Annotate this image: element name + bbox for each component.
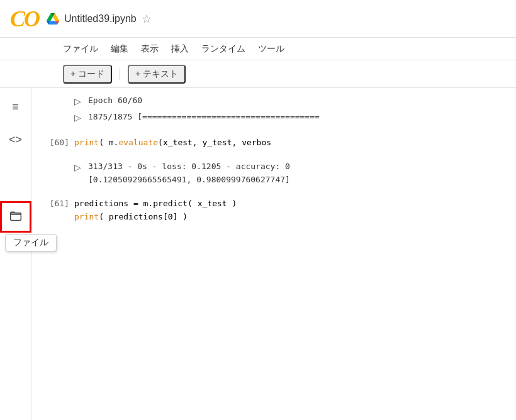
output-313-line1: 313/313 - 0s - loss: 0.1205 - accuracy: … [88,160,290,174]
add-text-button[interactable]: + テキスト [128,65,186,84]
menu-view[interactable]: 表示 [141,43,159,55]
svg-rect-0 [11,213,21,220]
code-evaluate-60: evaluate [118,138,158,147]
menu-edit[interactable]: 編集 [111,43,128,55]
title-area: Untitled39.ipynb ☆ [47,12,506,26]
divider-2 [31,187,516,195]
main-layout: ≡ <> ☞ ファイル ▷ [0,88,516,420]
cell-61-label: [61] [36,197,74,211]
epoch-output-text: Epoch 60/60 [88,94,142,108]
toolbar: + コード + テキスト [0,60,516,88]
output-313-line2: [0.12050929665565491, 0.9800999760627747… [88,174,290,187]
menu-file[interactable]: ファイル [63,43,98,55]
notebook-title: Untitled39.ipynb [64,13,137,25]
cell-60-content[interactable]: print( m.evaluate(x_test, y_test, verbos [74,136,511,150]
cell-61-line2: print( predictions[0] ) [74,211,511,224]
add-code-button[interactable]: + コード [63,65,112,84]
code-paren-60: ( m. [99,138,118,147]
menu-bar: ファイル 編集 表示 挿入 ランタイム ツール [0,38,516,60]
file-tooltip-wrapper: ☞ ファイル [0,201,31,233]
code-args-60: (x_test, y_test, verbos [158,138,271,147]
menu-runtime[interactable]: ランタイム [201,43,245,55]
cell-61: [61] predictions = m.predict( x_test ) p… [31,195,516,226]
progress-output-icon: ▷ [74,111,88,124]
code-predict-line: predictions = m.predict( x_test ) [74,199,237,208]
sidebar-code-icon[interactable]: <> [4,128,27,151]
toolbar-separator [120,68,120,80]
file-tooltip-box: ファイル [5,234,57,251]
top-bar: CO Untitled39.ipynb ☆ [0,0,516,38]
left-sidebar: ≡ <> ☞ ファイル [0,88,31,420]
file-icon [9,209,23,225]
progress-output-text: 1875/1875 [=============================… [88,111,320,124]
code-print-60: print [74,138,99,147]
output-313-cell: ▷ 313/313 - 0s - loss: 0.1205 - accuracy… [31,159,516,188]
star-icon[interactable]: ☆ [142,12,152,26]
epoch-output-icon: ▷ [74,94,88,108]
sidebar-toc-icon[interactable]: ≡ [4,96,27,118]
cell-61-line1: predictions = m.predict( x_test ) [74,197,511,211]
progress-bar-text: 1875/1875 [=============================… [88,112,320,121]
file-icon-highlighted[interactable]: ☞ [0,201,31,233]
drive-icon [47,13,59,25]
epoch-text-line: Epoch 60/60 [88,96,142,105]
code-print-arg-61: ( predictions[0] ) [99,212,188,221]
colab-logo: CO [10,8,39,30]
code-print-61: print [74,212,99,221]
progress-output-cell: ▷ 1875/1875 [===========================… [31,109,516,126]
epoch-output-cell: ▷ Epoch 60/60 [31,93,516,109]
output-313-icon: ▷ [74,160,88,174]
output-313-text: 313/313 - 0s - loss: 0.1205 - accuracy: … [88,160,290,187]
menu-tools[interactable]: ツール [258,43,284,55]
cell-61-content[interactable]: predictions = m.predict( x_test ) print(… [74,197,511,224]
notebook-area: ▷ Epoch 60/60 ▷ 1875/1875 [=============… [31,88,516,420]
divider-1 [31,126,516,134]
cell-60-label: [60] [36,136,74,150]
menu-insert[interactable]: 挿入 [171,43,189,55]
cell-60: [60] print( m.evaluate(x_test, y_test, v… [31,134,516,159]
